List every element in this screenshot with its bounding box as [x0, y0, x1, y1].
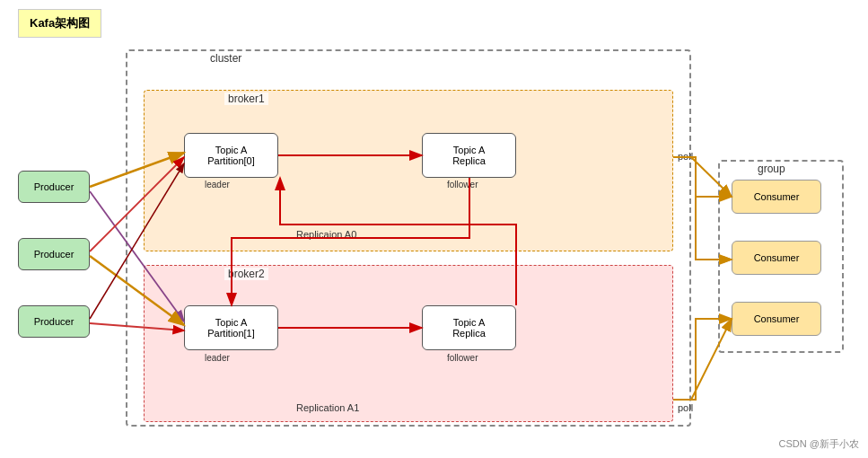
partition1: Topic A Partition[1] — [184, 305, 278, 350]
replication-a0-label: Replicaion A0 — [296, 229, 356, 240]
producer-3: Producer — [18, 305, 90, 338]
replica0: Topic A Replica — [422, 133, 516, 178]
group-label: group — [754, 163, 789, 175]
consumer-2: Consumer — [732, 241, 821, 275]
replica1-sublabel: follower — [447, 353, 478, 363]
producer-2: Producer — [18, 238, 90, 270]
partition0-sublabel: leader — [205, 180, 230, 189]
broker1-label: broker1 — [224, 92, 268, 105]
partition0: Topic A Partition[0] — [184, 133, 278, 178]
diagram-container: Kafa架构图 cluster broker1 broker2 group Pr… — [0, 0, 868, 458]
consumer-3: Consumer — [732, 302, 821, 336]
partition1-sublabel: leader — [205, 353, 230, 363]
title-note: Kafa架构图 — [18, 9, 101, 38]
consumer-1: Consumer — [732, 180, 821, 214]
broker2-label: broker2 — [224, 268, 268, 280]
producer-1: Producer — [18, 171, 90, 203]
watermark: CSDN @新手小农 — [779, 437, 859, 451]
title-text: Kafa架构图 — [30, 16, 90, 30]
poll-top-label: poll — [678, 151, 693, 162]
poll-bottom-label: poll — [678, 402, 693, 413]
replica1: Topic A Replica — [422, 305, 516, 350]
replica0-sublabel: follower — [447, 180, 478, 189]
cluster-label: cluster — [206, 52, 245, 65]
replication-a1-label: Replication A1 — [296, 402, 359, 413]
